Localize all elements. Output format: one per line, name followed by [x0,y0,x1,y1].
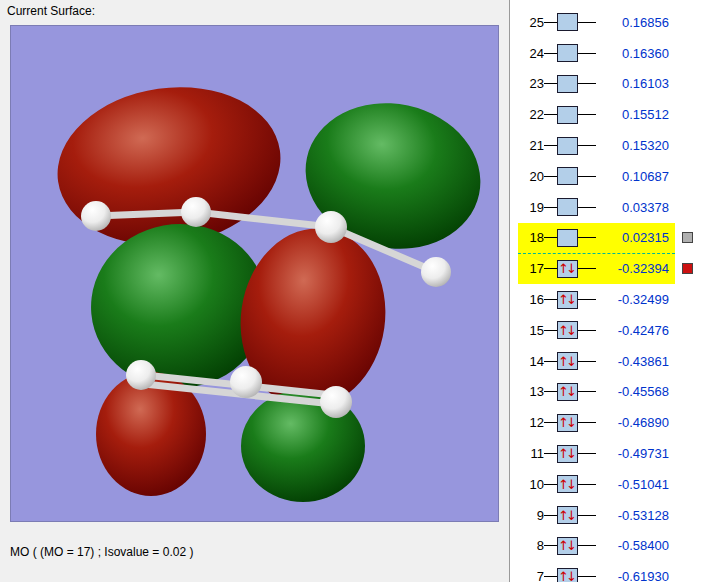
mo-row-9[interactable]: 9↑↓-0.53128 [510,500,704,531]
mo-orbital-box[interactable]: ↑↓ [557,352,578,370]
mo-orbital-box[interactable] [557,137,578,155]
level-line-right [578,391,596,392]
mo-number: 10 [516,477,544,492]
mo-orbital-box[interactable]: ↑↓ [557,506,578,524]
level-line-left [544,237,557,238]
mo-number: 20 [516,169,544,184]
mo-isosurface-render [11,26,499,522]
mo-row-16[interactable]: 16↑↓-0.32499 [510,284,704,315]
mo-number: 14 [516,354,544,369]
mo-number: 8 [516,538,544,553]
mo-energy-value: -0.53128 [599,508,669,523]
mo-orbital-box[interactable] [557,44,578,62]
mo-orbital-box[interactable]: ↑↓ [557,383,578,401]
mo-row-8[interactable]: 8↑↓-0.58400 [510,531,704,562]
mo-orbital-box[interactable] [557,75,578,93]
level-line-right [578,545,596,546]
level-line-right [578,237,596,238]
mo-selection-marker [682,232,693,243]
level-line-left [544,330,557,331]
mo-energy-value: -0.58400 [599,538,669,553]
mo-row-25[interactable]: 250.16856 [510,7,704,38]
current-surface-label: Current Surface: [7,4,95,18]
mo-row-20[interactable]: 200.10687 [510,161,704,192]
mo-number: 15 [516,323,544,338]
level-line-left [544,114,557,115]
mo-row-22[interactable]: 220.15512 [510,99,704,130]
mo-orbital-box[interactable] [557,106,578,124]
level-line-left [544,422,557,423]
mo-number: 18 [516,230,544,245]
surface-status-text: MO ( (MO = 17) ; Isovalue = 0.02 ) [10,545,193,559]
mo-energy-value: -0.49731 [599,446,669,461]
mo-row-14[interactable]: 14↑↓-0.43861 [510,346,704,377]
mo-energy-value: 0.16360 [599,46,669,61]
mo-number: 24 [516,46,544,61]
mo-energy-value: -0.43861 [599,354,669,369]
mo-orbital-box[interactable] [557,167,578,185]
level-line-right [578,145,596,146]
electron-pair-arrows-icon: ↑↓ [558,262,577,275]
mo-orbital-box[interactable]: ↑↓ [557,537,578,555]
mo-row-11[interactable]: 11↑↓-0.49731 [510,438,704,469]
mo-row-23[interactable]: 230.16103 [510,69,704,100]
level-line-left [544,299,557,300]
mo-row-10[interactable]: 10↑↓-0.51041 [510,469,704,500]
mo-list: 250.16856240.16360230.16103220.15512210.… [510,7,704,582]
mo-orbital-box[interactable]: ↑↓ [557,475,578,493]
mo-orbital-box[interactable]: ↑↓ [557,291,578,309]
level-line-left [544,361,557,362]
mo-row-18[interactable]: 180.02315 [510,223,704,254]
level-line-left [544,484,557,485]
mo-row-24[interactable]: 240.16360 [510,38,704,69]
level-line-right [578,515,596,516]
mo-row-19[interactable]: 190.03378 [510,192,704,223]
level-line-left [544,268,557,269]
level-line-left [544,453,557,454]
level-line-right [578,268,596,269]
level-line-right [578,176,596,177]
mo-selection-marker [682,263,693,274]
level-line-right [578,83,596,84]
level-line-left [544,576,557,577]
mo-row-12[interactable]: 12↑↓-0.46890 [510,407,704,438]
mo-row-7[interactable]: 7↑↓-0.61930 [510,561,704,582]
level-line-left [544,176,557,177]
level-line-right [578,422,596,423]
level-line-right [578,53,596,54]
level-line-right [578,330,596,331]
mo-number: 16 [516,292,544,307]
level-line-right [578,484,596,485]
electron-pair-arrows-icon: ↑↓ [558,416,577,429]
mo-number: 19 [516,200,544,215]
molecule-viewport[interactable] [10,25,499,522]
mo-number: 13 [516,384,544,399]
mo-row-17[interactable]: 17↑↓-0.32394 [510,253,704,284]
mo-orbital-box[interactable]: ↑↓ [557,260,578,278]
mo-row-13[interactable]: 13↑↓-0.45568 [510,377,704,408]
level-line-left [544,22,557,23]
mo-orbital-box[interactable]: ↑↓ [557,445,578,463]
mo-number: 11 [516,446,544,461]
electron-pair-arrows-icon: ↑↓ [558,509,577,522]
mo-orbital-box[interactable] [557,229,578,247]
mo-orbital-box[interactable]: ↑↓ [557,568,578,582]
level-line-right [578,299,596,300]
level-line-left [544,145,557,146]
level-line-left [544,207,557,208]
mo-orbital-box[interactable]: ↑↓ [557,414,578,432]
mo-orbital-box[interactable]: ↑↓ [557,321,578,339]
mo-energy-value: -0.46890 [599,415,669,430]
mo-energy-value: -0.42476 [599,323,669,338]
mo-row-15[interactable]: 15↑↓-0.42476 [510,315,704,346]
electron-pair-arrows-icon: ↑↓ [558,478,577,491]
mo-number: 25 [516,15,544,30]
mo-number: 17 [516,261,544,276]
mo-orbital-box[interactable] [557,198,578,216]
level-line-right [578,576,596,577]
mo-orbital-box[interactable] [557,13,578,31]
level-line-right [578,207,596,208]
electron-pair-arrows-icon: ↑↓ [558,447,577,460]
mo-row-21[interactable]: 210.15320 [510,130,704,161]
level-line-left [544,83,557,84]
